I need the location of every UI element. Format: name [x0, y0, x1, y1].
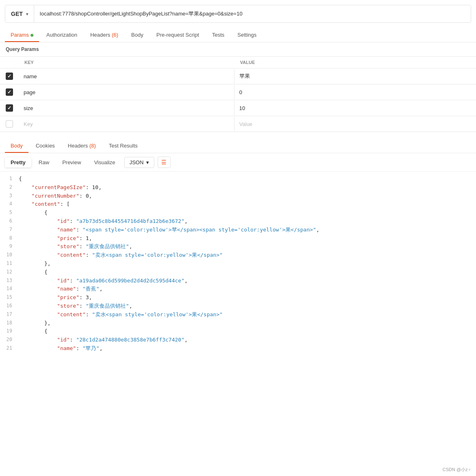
col-value-header: VALUE [235, 57, 476, 68]
rtab-testresults[interactable]: Test Results [103, 139, 143, 153]
tab-headers[interactable]: Headers (6) [85, 28, 124, 42]
tab-tests[interactable]: Tests [206, 28, 230, 42]
format-toolbar: Pretty Raw Preview Visualize JSON ▾ ☰ [0, 153, 476, 172]
line-number: 6 [0, 217, 19, 225]
param-checkbox[interactable]: ✓ [6, 73, 13, 80]
json-chevron: ▾ [146, 159, 149, 165]
query-params-label: Query Params [0, 42, 476, 56]
fmt-preview[interactable]: Preview [57, 157, 87, 167]
param-value-cell: Value [235, 116, 476, 132]
line-number: 4 [0, 200, 19, 208]
param-row: ✓ page 0 [0, 84, 476, 100]
line-number: 11 [0, 260, 19, 267]
line-content: "store": "重庆食品供销社", [19, 242, 476, 251]
params-table: KEY VALUE ✓ name 苹果 ✓ page [0, 56, 476, 132]
line-number: 19 [0, 327, 19, 335]
line-content: { [19, 268, 476, 277]
json-label: JSON [129, 159, 144, 165]
line-content: "id": "28c1d2a474880e8c3858e7b6ff3c7420"… [19, 336, 476, 344]
line-content: }, [19, 319, 476, 328]
code-line: 5 { [0, 209, 476, 217]
tab-authorization[interactable]: Authorization [41, 28, 83, 42]
line-content: "id": "a7b73d5c8b44554716d4bfa12b6e3672"… [19, 217, 476, 226]
line-number: 16 [0, 302, 19, 310]
code-line: 16 "store": "重庆食品供销社", [0, 302, 476, 311]
params-dot [31, 34, 33, 37]
line-number: 20 [0, 336, 19, 344]
line-content: "currentPageSIze": 10, [19, 183, 476, 192]
line-content: "name": "香蕉", [19, 285, 476, 293]
method-chevron: ▾ [26, 12, 28, 16]
code-line: 13 "id": "a19ada06c6d599bed2d4d2dc595d44… [0, 277, 476, 285]
line-content: "content": "卖水<span style='color:yellow'… [19, 311, 476, 319]
param-checkbox[interactable]: ✓ [6, 88, 13, 96]
line-content: "name": "苹乃", [19, 344, 476, 353]
fmt-raw[interactable]: Raw [33, 157, 55, 167]
wrap-button[interactable]: ☰ [158, 156, 171, 168]
param-checkbox-empty[interactable] [6, 120, 13, 128]
param-row: ✓ name 苹果 [0, 68, 476, 84]
line-number: 7 [0, 226, 19, 234]
code-line: 20 "id": "28c1d2a474880e8c3858e7b6ff3c74… [0, 336, 476, 344]
code-line: 8 "price": 1, [0, 234, 476, 243]
response-tabs: Body Cookies Headers (8) Test Results [0, 139, 476, 153]
code-view: 1{2 "currentPageSIze": 10,3 "currentNumb… [0, 172, 476, 356]
fmt-pretty[interactable]: Pretty [5, 157, 31, 167]
line-number: 12 [0, 268, 19, 276]
tab-params[interactable]: Params [5, 28, 39, 42]
line-content: "currentNumber": 0, [19, 192, 476, 201]
line-number: 14 [0, 285, 19, 293]
method-label: GET [11, 11, 23, 17]
line-content: "id": "a19ada06c6d599bed2d4d2dc595d44ce"… [19, 277, 476, 285]
code-line: 15 "price": 3, [0, 293, 476, 302]
line-number: 15 [0, 293, 19, 301]
code-line: 12 { [0, 268, 476, 277]
line-number: 8 [0, 234, 19, 242]
param-check-cell: ✓ [0, 100, 19, 116]
param-key-cell: Key [19, 116, 235, 132]
method-select[interactable]: GET ▾ [5, 5, 34, 22]
url-bar: GET ▾ [5, 5, 471, 23]
tab-body[interactable]: Body [125, 28, 149, 42]
json-format-select[interactable]: JSON ▾ [124, 157, 154, 168]
param-key-cell: size [19, 100, 235, 116]
line-content: "content": [ [19, 200, 476, 209]
line-content: "name": "<span style='color:yellow'>苹</s… [19, 226, 476, 234]
rtab-cookies[interactable]: Cookies [30, 139, 61, 153]
param-key-cell: name [19, 68, 235, 84]
code-line: 11 }, [0, 260, 476, 268]
line-content: }, [19, 260, 476, 268]
param-key-cell: page [19, 84, 235, 100]
code-line: 2 "currentPageSIze": 10, [0, 183, 476, 192]
param-check-cell: ✓ [0, 84, 19, 100]
tab-settings[interactable]: Settings [232, 28, 262, 42]
line-number: 17 [0, 311, 19, 318]
line-content: "price": 1, [19, 234, 476, 243]
line-number: 10 [0, 251, 19, 259]
line-content: { [19, 175, 476, 183]
code-line: 4 "content": [ [0, 200, 476, 209]
line-number: 3 [0, 192, 19, 200]
param-row: Key Value [0, 116, 476, 132]
code-line: 6 "id": "a7b73d5c8b44554716d4bfa12b6e367… [0, 217, 476, 226]
param-value-cell: 10 [235, 100, 476, 116]
code-line: 21 "name": "苹乃", [0, 344, 476, 353]
line-content: "store": "重庆食品供销社", [19, 302, 476, 311]
url-input[interactable] [34, 5, 471, 22]
line-number: 1 [0, 175, 19, 183]
code-line: 17 "content": "卖水<span style='color:yell… [0, 311, 476, 319]
line-content: { [19, 327, 476, 336]
rtab-headers[interactable]: Headers (8) [62, 139, 102, 153]
code-line: 10 "content": "卖水<span style='color:yell… [0, 251, 476, 260]
request-tabs: Params Authorization Headers (6) Body Pr… [0, 28, 476, 42]
line-number: 21 [0, 344, 19, 352]
response-section: Body Cookies Headers (8) Test Results Pr… [0, 139, 476, 356]
code-line: 3 "currentNumber": 0, [0, 192, 476, 201]
param-checkbox[interactable]: ✓ [6, 104, 13, 112]
tab-prerequest[interactable]: Pre-request Script [151, 28, 205, 42]
code-line: 9 "store": "重庆食品供销社", [0, 242, 476, 251]
param-value-cell: 苹果 [235, 68, 476, 84]
fmt-visualize[interactable]: Visualize [88, 157, 121, 167]
line-number: 5 [0, 209, 19, 216]
rtab-body[interactable]: Body [5, 139, 29, 153]
